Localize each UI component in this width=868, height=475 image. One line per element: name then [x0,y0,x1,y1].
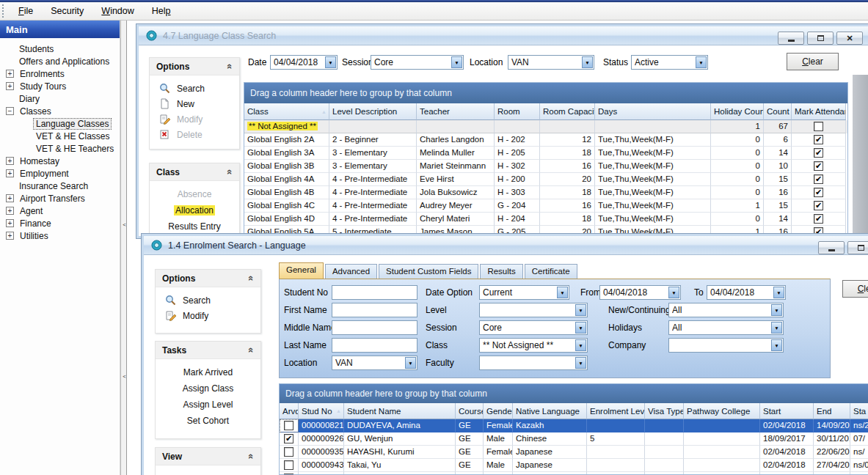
checkbox-unchecked-icon[interactable] [814,122,823,131]
checkbox-checked-icon[interactable]: ✔ [814,174,823,184]
row-checkbox-cell[interactable]: ✔ [280,432,299,446]
column-header-level-description[interactable]: Level Description [329,103,417,120]
column-header-teacher[interactable]: Teacher [417,103,495,120]
panel-item-results-entry[interactable]: Results Entry [150,218,239,235]
panel-item-modify[interactable]: Modify [156,308,260,323]
date-select[interactable]: 04/04/2018▼ [270,55,338,70]
table-row[interactable] [280,472,868,474]
tab-certificate[interactable]: Certificate [525,264,577,279]
sidebar-item-study-tours[interactable]: +Study Tours [0,80,120,92]
dropdown-arrow-icon[interactable]: ▼ [325,56,336,68]
level-select[interactable]: ▼ [479,303,588,317]
checkbox-checked-icon[interactable]: ✔ [814,161,823,171]
column-header-mark-attendar[interactable]: Mark Attendar [792,103,846,120]
sidebar-item-insurance-search[interactable]: Insurance Search [0,180,120,192]
table-row[interactable]: 0000009359HAYASHI, KurumiGEFemaleJapanes… [280,446,868,459]
student_no-field[interactable] [332,285,417,300]
tab-general[interactable]: General [279,262,324,279]
date_option-select[interactable]: Current▼ [479,285,569,300]
expand-icon[interactable]: + [6,82,14,90]
checkbox-checked-icon[interactable]: ✔ [814,148,823,158]
session-select[interactable]: Core▼ [479,320,588,335]
panel-item-set-cohort[interactable]: Set Cohort [156,413,260,429]
column-header-stud-no[interactable]: Stud No▲ [299,403,344,419]
row-checkbox-cell[interactable]: ✔ [792,133,846,147]
class-select[interactable]: ** Not Assigned **▼ [479,338,588,353]
dropdown-arrow-icon[interactable]: ▼ [771,304,782,316]
row-checkbox-cell[interactable] [280,472,299,474]
table-row[interactable]: Global English 4A4 - Pre-IntermediateEve… [244,173,847,186]
dropdown-arrow-icon[interactable]: ▼ [405,357,416,369]
status-select[interactable]: Active▼ [631,55,708,70]
table-row[interactable]: 0000008213DUDAYEVA, AminaGEFemaleKazakh0… [280,419,868,432]
dropdown-arrow-icon[interactable]: ▼ [582,56,593,68]
sidebar-item-finance[interactable]: +Finance [0,217,120,229]
column-header-room[interactable]: Room [495,103,540,120]
expand-icon[interactable]: + [6,219,14,227]
dropdown-arrow-icon[interactable]: ▼ [451,56,462,68]
row-checkbox-cell[interactable] [280,419,299,432]
dropdown-arrow-icon[interactable]: ▼ [773,287,784,298]
panel-item-assign-class[interactable]: Assign Class [156,380,260,397]
table-row[interactable]: Global English 4C4 - Pre-IntermediateAud… [244,199,847,213]
row-checkbox-cell[interactable] [280,459,299,472]
holidays-select[interactable]: All▼ [668,320,784,335]
menu-file[interactable]: File [12,4,39,18]
expand-icon[interactable]: + [6,232,14,240]
checkbox-checked-icon[interactable]: ✔ [814,214,823,224]
sidebar-item-vet-he-classes[interactable]: VET & HE Classes [0,130,120,142]
sidebar-item-employment[interactable]: +Employment [0,167,120,180]
row-checkbox-cell[interactable]: ✔ [792,199,846,213]
table-row[interactable]: ✔0000009262GU, WenjunGEMaleChinese518/09… [280,432,868,446]
row-checkbox-cell[interactable]: ✔ [792,213,846,226]
last_name-field[interactable] [332,338,417,353]
table-row[interactable]: Global English 3A3 - ElementaryMelinda M… [244,147,847,160]
sidebar-item-diary[interactable]: Diary [0,92,120,105]
window2-titlebar[interactable]: 1.4 Enrolment Search - Language [144,236,868,255]
expand-icon[interactable]: + [6,169,14,177]
tab-advanced[interactable]: Advanced [325,264,377,279]
expand-icon[interactable]: + [6,70,14,78]
column-header-arvd[interactable]: Arvd [280,403,299,419]
column-header-visa-type[interactable]: Visa Type [645,403,684,419]
faculty-select[interactable]: ▼ [479,356,588,370]
column-header-days[interactable]: Days [595,103,711,120]
first_name-field[interactable] [332,303,417,317]
clear-button[interactable]: Clear [787,53,839,70]
close-button[interactable]: ✕ [836,32,863,45]
window1-titlebar[interactable]: 4.7 Language Class Search [139,26,868,45]
panel-item-modify[interactable]: Modify [150,111,239,127]
row-checkbox-cell[interactable]: ✔ [792,226,846,235]
dropdown-arrow-icon[interactable]: ▼ [771,339,782,351]
table-row[interactable]: 0000009435Takai, YuGEMaleJapanese02/04/2… [280,459,868,472]
dropdown-arrow-icon[interactable]: ▼ [575,304,586,316]
panel-item-absence[interactable]: Absence [150,186,239,202]
column-header-gender[interactable]: Gender [484,403,513,419]
splitter-collapse-icon[interactable]: < [122,216,127,234]
splitter-collapse-icon[interactable]: < [122,368,127,386]
row-checkbox-cell[interactable]: ✔ [792,160,846,173]
checkbox-unchecked-icon[interactable] [284,421,293,430]
column-header-native-language[interactable]: Native Language [513,403,587,419]
from-select[interactable]: 04/04/2018▼ [599,285,681,300]
restore-button[interactable] [807,32,834,45]
column-header-student-name[interactable]: Student Name [344,403,456,419]
panel-item-search[interactable]: Search [150,81,239,96]
checkbox-unchecked-icon[interactable] [284,460,293,470]
sidebar-item-classes[interactable]: −Classes [0,105,120,117]
panel-item-allocation[interactable]: Allocation [150,202,239,218]
checkbox-unchecked-icon[interactable] [284,447,293,457]
sidebar-item-agent[interactable]: +Agent [0,205,120,217]
to-select[interactable]: 04/04/2018▼ [707,285,786,300]
column-header-class[interactable]: Class▲ [244,103,329,120]
table-row[interactable]: Global English 5A5 - IntermediateJames M… [244,226,847,235]
column-header-enrolment-level[interactable]: Enrolment Level [587,403,645,419]
column-header-end[interactable]: End [814,403,850,419]
sidebar-item-airport-transfers[interactable]: +Airport Transfers [0,192,120,205]
tab-student-custom-fields[interactable]: Student Custom Fields [379,264,478,279]
class-panel-header[interactable]: Class« [150,163,239,181]
sidebar-item-students[interactable]: Students [0,43,120,55]
sidebar-item-utilities[interactable]: +Utilities [0,229,120,242]
dropdown-arrow-icon[interactable]: ▼ [575,357,586,369]
table-row[interactable]: Global English 2A2 - BeginnerCharles Lan… [244,133,847,147]
